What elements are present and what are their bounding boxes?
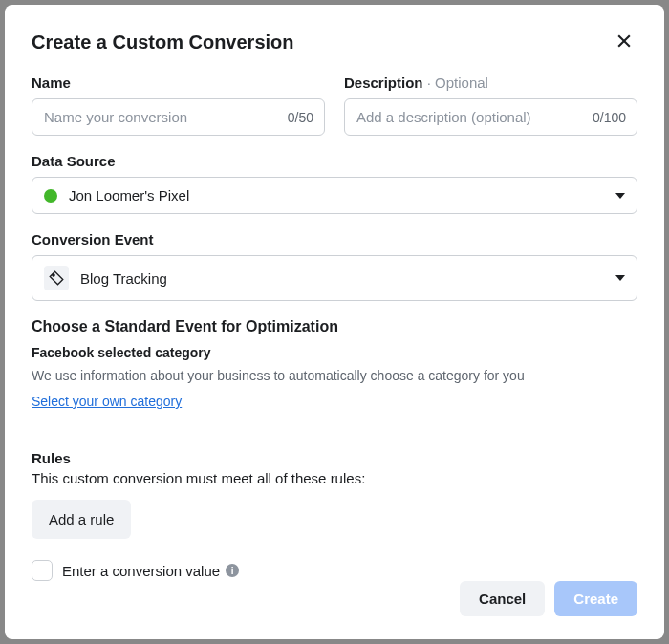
create-custom-conversion-modal: Create a Custom Conversion Name 0/50 Des… (5, 5, 664, 639)
conversion-event-label: Conversion Event (32, 231, 637, 247)
modal-header: Create a Custom Conversion (32, 28, 637, 57)
name-counter: 0/50 (288, 110, 313, 125)
optimization-description: We use information about your business t… (32, 368, 637, 383)
close-button[interactable] (611, 28, 637, 57)
data-source-dropdown[interactable]: Jon Loomer's Pixel (32, 177, 637, 214)
name-input[interactable] (32, 98, 325, 136)
select-category-link[interactable]: Select your own category (32, 394, 182, 409)
name-label: Name (32, 75, 325, 91)
conversion-value-checkbox[interactable] (32, 560, 53, 581)
optional-tag: Optional (427, 75, 488, 91)
svg-point-2 (53, 274, 54, 276)
rules-heading: Rules (32, 450, 637, 466)
rules-description: This custom conversion must meet all of … (32, 470, 637, 486)
caret-down-icon (615, 275, 625, 281)
status-dot-icon (44, 189, 57, 203)
description-label: Description Optional (344, 75, 637, 91)
tag-icon (44, 266, 69, 290)
description-counter: 0/100 (593, 110, 626, 125)
caret-down-icon (615, 193, 625, 199)
conversion-event-selected: Blog Tracking (80, 270, 167, 287)
modal-title: Create a Custom Conversion (32, 32, 294, 54)
optimization-sub: Facebook selected category (32, 345, 637, 360)
create-button[interactable]: Create (554, 581, 637, 616)
cancel-button[interactable]: Cancel (460, 581, 545, 616)
close-icon (615, 32, 634, 51)
modal-footer: Cancel Create (32, 581, 637, 616)
optimization-heading: Choose a Standard Event for Optimization (32, 318, 637, 335)
add-rule-button[interactable]: Add a rule (32, 500, 131, 539)
data-source-selected: Jon Loomer's Pixel (69, 187, 189, 204)
conversion-value-label: Enter a conversion value i (62, 563, 239, 579)
conversion-event-dropdown[interactable]: Blog Tracking (32, 255, 637, 301)
data-source-label: Data Source (32, 153, 637, 169)
info-icon[interactable]: i (226, 564, 239, 577)
